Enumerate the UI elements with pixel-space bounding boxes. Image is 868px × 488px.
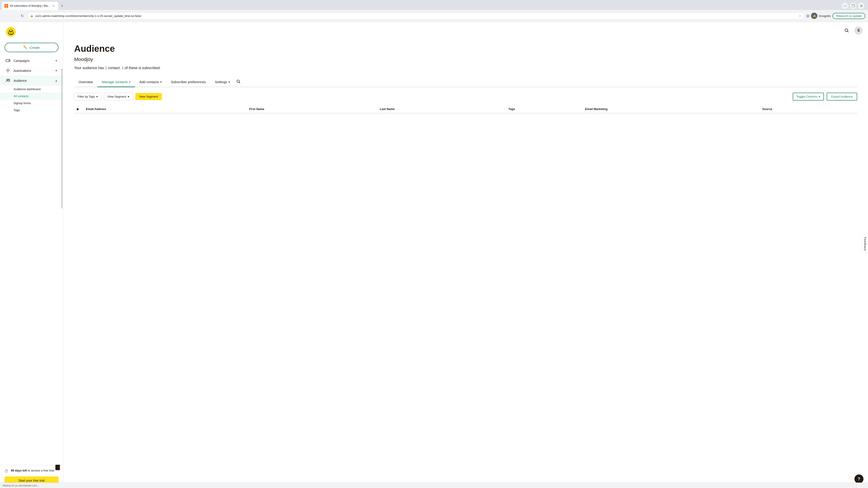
url-text: us21.admin.mailchimp.com/lists/members/#… xyxy=(35,14,797,18)
search-icon xyxy=(844,28,849,33)
tab-close-button[interactable]: ✕ xyxy=(52,4,55,8)
campaigns-label: Campaigns xyxy=(13,59,52,63)
col-tags-label: Tags xyxy=(508,107,515,111)
audience-dashboard-label: Audience dashboard xyxy=(13,88,40,91)
tab-manage-contacts[interactable]: Manage contacts ▾ xyxy=(97,77,135,87)
tab-bar: M All subscribers of Moodjoy | Ma... ✕ +… xyxy=(0,0,868,10)
create-button[interactable]: ✏️ Create xyxy=(4,43,59,52)
sidebar-logo[interactable] xyxy=(0,22,63,41)
incognito-icon: 🕵 xyxy=(811,13,817,19)
automations-icon xyxy=(5,68,11,73)
close-button[interactable]: ✕ xyxy=(858,3,864,9)
extensions-icon[interactable]: ⊞ xyxy=(806,14,809,18)
stats-prefix: Your audience has xyxy=(74,66,105,70)
sidebar-sub-tags[interactable]: Tags xyxy=(0,107,63,113)
forward-button[interactable]: → xyxy=(11,13,17,19)
status-text: Waiting for px.ads.linkedin.com... xyxy=(3,484,39,487)
minimize-sidebar-indicator xyxy=(55,465,60,470)
create-icon: ✏️ xyxy=(23,45,28,50)
table-search-icon xyxy=(236,79,241,84)
toggle-columns-button[interactable]: Toggle Columns ▾ xyxy=(793,93,824,101)
svg-rect-7 xyxy=(6,59,9,62)
col-tags[interactable]: Tags xyxy=(506,105,582,113)
tab-add-contacts-label: Add contacts xyxy=(140,80,159,84)
bookmark-icon[interactable]: ☆ xyxy=(799,14,802,18)
main-topbar: S xyxy=(63,22,868,35)
sidebar-item-campaigns[interactable]: Campaigns ▼ xyxy=(0,56,63,66)
table-search-button[interactable] xyxy=(236,79,241,85)
sidebar: ✏️ Create Campaigns ▼ Automations ▼ Audi… xyxy=(0,22,63,488)
trial-days-label: 89 days left xyxy=(11,469,27,472)
global-search-button[interactable] xyxy=(843,26,851,35)
help-button[interactable]: ? xyxy=(855,475,864,484)
relaunch-button[interactable]: Relaunch to update xyxy=(833,13,865,19)
toolbar-left: Filter by Tags ▾ View Segment ▾ New Segm… xyxy=(74,93,162,100)
col-email-address[interactable]: Email Address xyxy=(83,105,246,113)
stats-subscribed-count: 1 xyxy=(122,66,124,70)
incognito-area: 🕵 Incognito xyxy=(811,13,831,19)
col-email-marketing[interactable]: Email Marketing xyxy=(582,105,760,113)
export-audience-button[interactable]: Export Audience xyxy=(827,93,857,101)
audience-label: Audience xyxy=(13,79,52,83)
col-first-name[interactable]: First Name xyxy=(246,105,377,113)
table-header-row: ▶ Email Address First Name Last Name xyxy=(74,105,857,113)
lock-icon: 🔒 xyxy=(30,14,33,18)
page-title: Audience xyxy=(74,43,857,54)
stats-contacts-count: 1 xyxy=(105,66,107,70)
svg-rect-8 xyxy=(7,70,9,71)
maximize-button[interactable]: ❐ xyxy=(850,3,856,9)
window-controls: — ❐ ✕ xyxy=(842,3,866,9)
all-contacts-label: All contacts xyxy=(13,94,29,98)
page-content: Audience Moodjoy Your audience has 1 con… xyxy=(63,35,868,123)
sidebar-sub-audience-dashboard[interactable]: Audience dashboard xyxy=(0,86,63,93)
create-label: Create xyxy=(29,46,39,50)
col-last-name[interactable]: Last Name xyxy=(377,105,506,113)
tab-add-contacts[interactable]: Add contacts ▾ xyxy=(135,77,166,87)
tab-favicon: M xyxy=(4,4,8,8)
address-bar[interactable]: 🔒 us21.admin.mailchimp.com/lists/members… xyxy=(27,12,804,20)
app-container: ✏️ Create Campaigns ▼ Automations ▼ Audi… xyxy=(0,22,868,488)
main-content: S Audience Moodjoy Your audience has 1 c… xyxy=(63,22,868,488)
address-bar-actions: ⊞ xyxy=(806,14,809,18)
tab-settings-label: Settings xyxy=(215,80,227,84)
address-bar-row: ← → ↻ 🔒 us21.admin.mailchimp.com/lists/m… xyxy=(0,10,868,22)
stats-middle: contact. xyxy=(107,66,122,70)
col-source[interactable]: Source xyxy=(760,105,857,113)
sidebar-sub-signup-forms[interactable]: Signup forms xyxy=(0,100,63,107)
view-segment-chevron-icon: ▾ xyxy=(128,95,129,98)
tab-subscriber-pref-label: Subscriber preferences xyxy=(170,80,206,84)
svg-point-12 xyxy=(237,80,239,83)
back-button[interactable]: ← xyxy=(3,13,9,19)
filter-by-tags-button[interactable]: Filter by Tags ▾ xyxy=(74,93,101,100)
filter-tags-chevron-icon: ▾ xyxy=(96,95,98,98)
col-email-marketing-label: Email Marketing xyxy=(585,107,608,111)
view-segment-button[interactable]: View Segment ▾ xyxy=(104,93,133,100)
add-contacts-chevron-icon: ▾ xyxy=(160,80,162,84)
active-tab[interactable]: M All subscribers of Moodjoy | Ma... ✕ xyxy=(2,2,58,10)
svg-point-3 xyxy=(10,32,10,33)
view-segment-label: View Segment xyxy=(107,95,126,98)
sidebar-item-automations[interactable]: Automations ▼ xyxy=(0,66,63,76)
audience-chevron-icon: ▲ xyxy=(55,79,58,82)
tabs-bar: Overview Manage contacts ▾ Add contacts … xyxy=(74,77,857,87)
mailchimp-logo-icon xyxy=(5,26,16,37)
tab-overview[interactable]: Overview xyxy=(74,77,97,87)
new-tab-button[interactable]: + xyxy=(59,3,65,9)
minimize-button[interactable]: — xyxy=(842,3,848,9)
sidebar-item-audience[interactable]: Audience ▲ xyxy=(0,76,63,86)
audience-icon xyxy=(5,78,11,84)
sort-expand-icon: ▶ xyxy=(77,107,79,111)
sidebar-scrollbar[interactable] xyxy=(61,68,62,208)
reload-button[interactable]: ↻ xyxy=(19,13,25,19)
tab-subscriber-preferences[interactable]: Subscriber preferences xyxy=(166,77,210,87)
sidebar-sub-all-contacts[interactable]: All contacts xyxy=(0,93,63,100)
tab-title: All subscribers of Moodjoy | Ma... xyxy=(10,4,50,7)
trial-suffix-text: to access a free trial. xyxy=(27,469,55,472)
tab-overview-label: Overview xyxy=(79,80,93,84)
tab-settings[interactable]: Settings ▾ xyxy=(211,77,235,87)
user-avatar[interactable]: S xyxy=(855,26,863,35)
campaigns-chevron-icon: ▼ xyxy=(55,59,58,62)
toggle-cols-chevron-icon: ▾ xyxy=(819,95,820,98)
feedback-tab[interactable]: Feedback xyxy=(862,235,868,254)
new-segment-button[interactable]: New Segment xyxy=(135,93,162,100)
